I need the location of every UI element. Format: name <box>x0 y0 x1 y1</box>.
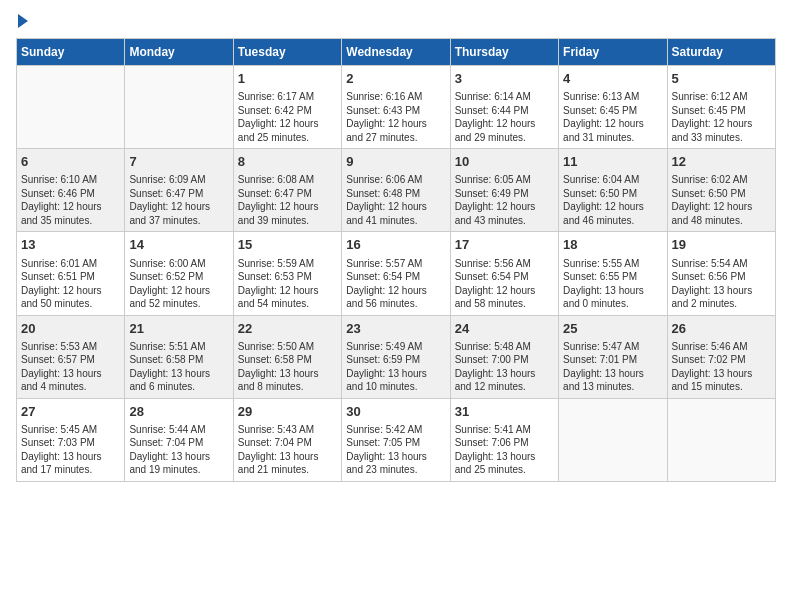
calendar-cell: 3Sunrise: 6:14 AM Sunset: 6:44 PM Daylig… <box>450 66 558 149</box>
calendar-cell: 12Sunrise: 6:02 AM Sunset: 6:50 PM Dayli… <box>667 149 775 232</box>
calendar-cell: 16Sunrise: 5:57 AM Sunset: 6:54 PM Dayli… <box>342 232 450 315</box>
day-number: 3 <box>455 70 554 88</box>
calendar-cell: 4Sunrise: 6:13 AM Sunset: 6:45 PM Daylig… <box>559 66 667 149</box>
day-number: 24 <box>455 320 554 338</box>
day-info: Sunrise: 5:47 AM Sunset: 7:01 PM Dayligh… <box>563 340 662 394</box>
day-info: Sunrise: 5:57 AM Sunset: 6:54 PM Dayligh… <box>346 257 445 311</box>
calendar-cell <box>559 398 667 481</box>
day-number: 22 <box>238 320 337 338</box>
logo-arrow-icon <box>18 14 28 28</box>
day-info: Sunrise: 6:10 AM Sunset: 6:46 PM Dayligh… <box>21 173 120 227</box>
calendar-cell: 22Sunrise: 5:50 AM Sunset: 6:58 PM Dayli… <box>233 315 341 398</box>
calendar-cell: 23Sunrise: 5:49 AM Sunset: 6:59 PM Dayli… <box>342 315 450 398</box>
calendar-cell <box>667 398 775 481</box>
weekday-header-row: SundayMondayTuesdayWednesdayThursdayFrid… <box>17 39 776 66</box>
calendar-cell: 2Sunrise: 6:16 AM Sunset: 6:43 PM Daylig… <box>342 66 450 149</box>
calendar-cell: 18Sunrise: 5:55 AM Sunset: 6:55 PM Dayli… <box>559 232 667 315</box>
calendar-cell: 7Sunrise: 6:09 AM Sunset: 6:47 PM Daylig… <box>125 149 233 232</box>
day-info: Sunrise: 5:46 AM Sunset: 7:02 PM Dayligh… <box>672 340 771 394</box>
calendar-cell: 5Sunrise: 6:12 AM Sunset: 6:45 PM Daylig… <box>667 66 775 149</box>
day-number: 8 <box>238 153 337 171</box>
calendar-cell: 27Sunrise: 5:45 AM Sunset: 7:03 PM Dayli… <box>17 398 125 481</box>
day-info: Sunrise: 6:01 AM Sunset: 6:51 PM Dayligh… <box>21 257 120 311</box>
day-number: 20 <box>21 320 120 338</box>
day-number: 5 <box>672 70 771 88</box>
day-info: Sunrise: 6:17 AM Sunset: 6:42 PM Dayligh… <box>238 90 337 144</box>
day-info: Sunrise: 6:04 AM Sunset: 6:50 PM Dayligh… <box>563 173 662 227</box>
weekday-header-monday: Monday <box>125 39 233 66</box>
day-info: Sunrise: 5:45 AM Sunset: 7:03 PM Dayligh… <box>21 423 120 477</box>
calendar-week-row: 20Sunrise: 5:53 AM Sunset: 6:57 PM Dayli… <box>17 315 776 398</box>
day-number: 26 <box>672 320 771 338</box>
calendar-cell: 11Sunrise: 6:04 AM Sunset: 6:50 PM Dayli… <box>559 149 667 232</box>
weekday-header-friday: Friday <box>559 39 667 66</box>
calendar-cell: 15Sunrise: 5:59 AM Sunset: 6:53 PM Dayli… <box>233 232 341 315</box>
day-info: Sunrise: 6:02 AM Sunset: 6:50 PM Dayligh… <box>672 173 771 227</box>
page-header <box>16 16 776 28</box>
calendar-week-row: 13Sunrise: 6:01 AM Sunset: 6:51 PM Dayli… <box>17 232 776 315</box>
day-info: Sunrise: 5:41 AM Sunset: 7:06 PM Dayligh… <box>455 423 554 477</box>
day-info: Sunrise: 5:42 AM Sunset: 7:05 PM Dayligh… <box>346 423 445 477</box>
calendar-cell: 1Sunrise: 6:17 AM Sunset: 6:42 PM Daylig… <box>233 66 341 149</box>
day-info: Sunrise: 6:14 AM Sunset: 6:44 PM Dayligh… <box>455 90 554 144</box>
day-info: Sunrise: 5:54 AM Sunset: 6:56 PM Dayligh… <box>672 257 771 311</box>
day-number: 1 <box>238 70 337 88</box>
day-info: Sunrise: 6:13 AM Sunset: 6:45 PM Dayligh… <box>563 90 662 144</box>
calendar-cell: 21Sunrise: 5:51 AM Sunset: 6:58 PM Dayli… <box>125 315 233 398</box>
calendar-body: 1Sunrise: 6:17 AM Sunset: 6:42 PM Daylig… <box>17 66 776 482</box>
day-info: Sunrise: 6:05 AM Sunset: 6:49 PM Dayligh… <box>455 173 554 227</box>
day-number: 4 <box>563 70 662 88</box>
day-info: Sunrise: 5:55 AM Sunset: 6:55 PM Dayligh… <box>563 257 662 311</box>
day-info: Sunrise: 5:43 AM Sunset: 7:04 PM Dayligh… <box>238 423 337 477</box>
calendar-cell: 9Sunrise: 6:06 AM Sunset: 6:48 PM Daylig… <box>342 149 450 232</box>
calendar-cell: 6Sunrise: 6:10 AM Sunset: 6:46 PM Daylig… <box>17 149 125 232</box>
day-info: Sunrise: 5:50 AM Sunset: 6:58 PM Dayligh… <box>238 340 337 394</box>
logo <box>16 16 28 28</box>
day-info: Sunrise: 5:49 AM Sunset: 6:59 PM Dayligh… <box>346 340 445 394</box>
calendar-cell: 31Sunrise: 5:41 AM Sunset: 7:06 PM Dayli… <box>450 398 558 481</box>
calendar-cell: 19Sunrise: 5:54 AM Sunset: 6:56 PM Dayli… <box>667 232 775 315</box>
day-number: 15 <box>238 236 337 254</box>
calendar-cell: 14Sunrise: 6:00 AM Sunset: 6:52 PM Dayli… <box>125 232 233 315</box>
day-number: 7 <box>129 153 228 171</box>
day-number: 30 <box>346 403 445 421</box>
weekday-header-wednesday: Wednesday <box>342 39 450 66</box>
day-info: Sunrise: 5:51 AM Sunset: 6:58 PM Dayligh… <box>129 340 228 394</box>
calendar-week-row: 1Sunrise: 6:17 AM Sunset: 6:42 PM Daylig… <box>17 66 776 149</box>
day-info: Sunrise: 6:08 AM Sunset: 6:47 PM Dayligh… <box>238 173 337 227</box>
day-number: 13 <box>21 236 120 254</box>
weekday-header-tuesday: Tuesday <box>233 39 341 66</box>
day-info: Sunrise: 6:06 AM Sunset: 6:48 PM Dayligh… <box>346 173 445 227</box>
day-info: Sunrise: 6:00 AM Sunset: 6:52 PM Dayligh… <box>129 257 228 311</box>
day-info: Sunrise: 5:44 AM Sunset: 7:04 PM Dayligh… <box>129 423 228 477</box>
day-number: 12 <box>672 153 771 171</box>
weekday-header-sunday: Sunday <box>17 39 125 66</box>
day-number: 14 <box>129 236 228 254</box>
day-info: Sunrise: 5:59 AM Sunset: 6:53 PM Dayligh… <box>238 257 337 311</box>
calendar-table: SundayMondayTuesdayWednesdayThursdayFrid… <box>16 38 776 482</box>
weekday-header-thursday: Thursday <box>450 39 558 66</box>
day-number: 9 <box>346 153 445 171</box>
day-number: 2 <box>346 70 445 88</box>
calendar-cell: 24Sunrise: 5:48 AM Sunset: 7:00 PM Dayli… <box>450 315 558 398</box>
day-number: 18 <box>563 236 662 254</box>
day-info: Sunrise: 6:16 AM Sunset: 6:43 PM Dayligh… <box>346 90 445 144</box>
calendar-cell: 8Sunrise: 6:08 AM Sunset: 6:47 PM Daylig… <box>233 149 341 232</box>
day-number: 19 <box>672 236 771 254</box>
day-info: Sunrise: 5:48 AM Sunset: 7:00 PM Dayligh… <box>455 340 554 394</box>
calendar-cell: 10Sunrise: 6:05 AM Sunset: 6:49 PM Dayli… <box>450 149 558 232</box>
day-number: 10 <box>455 153 554 171</box>
calendar-cell: 28Sunrise: 5:44 AM Sunset: 7:04 PM Dayli… <box>125 398 233 481</box>
day-number: 11 <box>563 153 662 171</box>
calendar-cell: 25Sunrise: 5:47 AM Sunset: 7:01 PM Dayli… <box>559 315 667 398</box>
day-number: 23 <box>346 320 445 338</box>
day-number: 31 <box>455 403 554 421</box>
calendar-header: SundayMondayTuesdayWednesdayThursdayFrid… <box>17 39 776 66</box>
calendar-cell: 30Sunrise: 5:42 AM Sunset: 7:05 PM Dayli… <box>342 398 450 481</box>
day-number: 27 <box>21 403 120 421</box>
calendar-cell: 29Sunrise: 5:43 AM Sunset: 7:04 PM Dayli… <box>233 398 341 481</box>
day-number: 16 <box>346 236 445 254</box>
day-info: Sunrise: 6:09 AM Sunset: 6:47 PM Dayligh… <box>129 173 228 227</box>
day-number: 6 <box>21 153 120 171</box>
day-number: 17 <box>455 236 554 254</box>
